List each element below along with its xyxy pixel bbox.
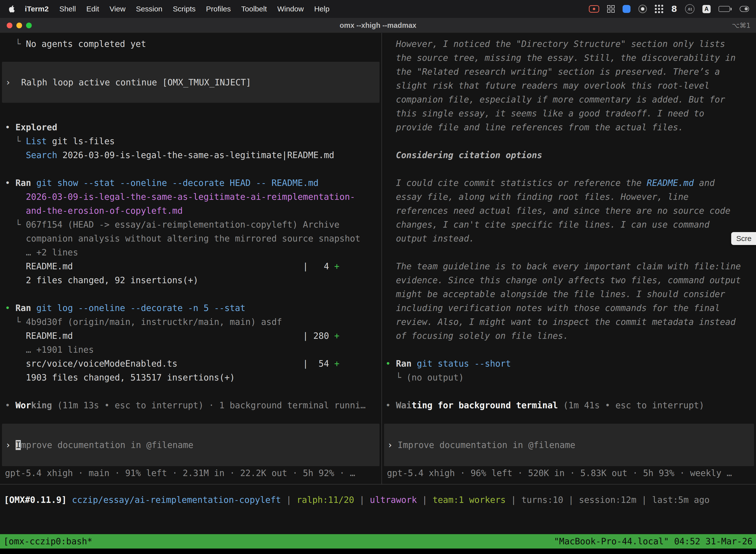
text-segment: the source tree, missing the essay. Stil…: [385, 53, 736, 63]
menu-item-help[interactable]: Help: [309, 5, 335, 13]
menu-item-shell[interactable]: Shell: [54, 5, 81, 13]
text-segment: 2026-03-09-is-legal-the-same-as-legitima…: [26, 192, 355, 202]
text-segment: |: [417, 495, 433, 505]
terminal-line-blank: [382, 134, 756, 148]
prompt-input[interactable]: ›Improve documentation in @filename: [2, 424, 379, 466]
text-segment: ultrawork: [370, 495, 417, 505]
text-segment: (1m 41s • esc to interrupt): [558, 400, 704, 410]
window-grid-icon[interactable]: [607, 5, 615, 13]
terminal-line: Considering citation options: [382, 148, 756, 162]
terminal-line: of focusing solely on file lines.: [382, 329, 756, 343]
text-segment: companion file, especially if more comme…: [385, 95, 725, 105]
text-segment: ›: [5, 77, 11, 88]
terminal-line: • Working (11m 13s • esc to interrupt) ·…: [0, 398, 381, 412]
terminal-line: • Ran git log --oneline --decorate -n 5 …: [0, 301, 381, 315]
menu-item-view[interactable]: View: [105, 5, 131, 13]
menu-item-edit[interactable]: Edit: [81, 5, 105, 13]
text-segment: Considering citation options: [385, 150, 542, 160]
battery-fraction-icon[interactable]: .61: [685, 4, 694, 14]
screen-recording-indicator-icon[interactable]: [589, 5, 599, 13]
text-segment: including verification notes with those …: [385, 303, 720, 313]
terminal-line: 1903 files changed, 513517 insertions(+): [0, 371, 381, 384]
traffic-lights: [7, 18, 32, 33]
dots-grid-icon[interactable]: [655, 5, 663, 13]
text-segment: Ran: [396, 359, 412, 369]
control-center-icon[interactable]: [740, 6, 749, 12]
terminal-line: this single essay, it seems like a good …: [382, 107, 756, 120]
prompt-input[interactable]: ›Improve documentation in @filename: [384, 424, 754, 466]
terminal-line: references need actual files, and since …: [382, 204, 756, 218]
text-segment: +: [334, 359, 339, 369]
text-segment: output instead.: [385, 233, 474, 243]
terminal-line: companion file, especially if more comme…: [382, 93, 756, 107]
text-segment: Ran: [15, 303, 31, 313]
terminal-line: the "Related research writing" section i…: [382, 65, 756, 79]
text-segment: [31, 178, 36, 188]
text-segment: |: [281, 495, 297, 505]
terminal-line: … +1901 lines: [0, 343, 381, 357]
raycast-icon[interactable]: [623, 5, 630, 13]
menu-item-iterm2[interactable]: iTerm2: [19, 5, 54, 13]
text-segment: of focusing solely on file lines.: [385, 331, 568, 341]
menu-item-session[interactable]: Session: [131, 5, 168, 13]
terminal-line: evidence. Since this change only affects…: [382, 273, 756, 287]
input-value: Improve documentation in @filename: [397, 440, 575, 450]
tmux-status-bar: [omx-cczip0:bash* "MacBook-Pro-44.local"…: [0, 534, 756, 549]
text-segment: └: [5, 136, 26, 146]
text-segment: turns:10: [521, 495, 563, 505]
window-title-bar: omx --xhigh --madmax ⌥⌘1: [0, 18, 756, 33]
text-segment: |: [563, 495, 579, 505]
zoom-button[interactable]: [26, 22, 32, 28]
inject-banner: › Ralph loop active continue [OMX_TMUX_I…: [2, 62, 379, 103]
menu-item-window[interactable]: Window: [272, 5, 309, 13]
terminal-line: and-the-erosion-of-copyleft.md: [0, 204, 381, 218]
battery-icon[interactable]: [718, 6, 732, 12]
prompt-chevron-icon: ›: [5, 440, 11, 450]
right-pane[interactable]: However, I noticed the "Directory Struct…: [382, 33, 756, 484]
terminal-line: the source tree, missing the essay. Stil…: [382, 51, 756, 65]
text-segment: Ralph loop active continue [OMX_TMUX_INJ…: [11, 77, 251, 88]
text-segment: └: [385, 373, 406, 383]
text-segment: |: [354, 495, 370, 505]
close-button[interactable]: [7, 22, 12, 28]
terminal-line: companion analysis without altering the …: [0, 232, 381, 245]
text-segment: List: [26, 136, 47, 146]
screen-tooltip[interactable]: Scre: [731, 232, 756, 245]
text-segment: +: [334, 261, 339, 271]
figure-eight-icon[interactable]: 8: [671, 4, 677, 14]
shield-icon[interactable]: [638, 5, 647, 13]
text-segment: └: [5, 220, 26, 230]
text-segment: [31, 303, 36, 313]
apple-menu-icon[interactable]: [8, 5, 16, 13]
text-segment: provide file and line references from th…: [385, 122, 683, 132]
right-composer: ›Improve documentation in @filename gpt-…: [382, 424, 756, 480]
text-segment: 067f154 (HEAD -> essay/ai-reimplementati…: [26, 220, 339, 230]
text-segment: slight risk that future readers may over…: [385, 81, 709, 91]
terminal-line: output instead.: [382, 232, 756, 245]
tmux-panes: └ No agents completed yet› Ralph loop ac…: [0, 33, 756, 484]
text-segment: 1903 files changed, 513517 insertions(+): [5, 373, 235, 383]
text-segment: git ls-files: [47, 136, 115, 146]
terminal-line: including verification notes with those …: [382, 301, 756, 315]
terminal-line: 2 files changed, 92 insertions(+): [0, 273, 381, 287]
left-pane[interactable]: └ No agents completed yet› Ralph loop ac…: [0, 33, 381, 484]
text-segment: this single essay, it seems like a good …: [385, 108, 704, 118]
terminal-line: slight risk that future readers may over…: [382, 79, 756, 93]
menu-item-profiles[interactable]: Profiles: [201, 5, 236, 13]
terminal-line: └ 4b9d30f (origin/main, instructkr/main,…: [0, 315, 381, 329]
text-segment: review. Also, I might want to inspect th…: [385, 317, 736, 327]
menu-item-toolbelt[interactable]: Toolbelt: [236, 5, 272, 13]
text-segment: evidence. Since this change only affects…: [385, 275, 741, 285]
screen-tooltip-label: Scre: [736, 234, 752, 243]
text-segment: Search: [26, 150, 57, 160]
text-segment: └: [5, 39, 26, 49]
model-status-line: gpt-5.4 xhigh · 96% left · 520K in · 5.8…: [382, 466, 756, 480]
tmux-session-label: [omx-cczip0:bash*: [3, 536, 92, 546]
menu-item-scripts[interactable]: Scripts: [168, 5, 201, 13]
text-segment: src/voice/voiceModeEnabled.ts | 54: [5, 359, 334, 369]
terminal-line-blank: [382, 343, 756, 357]
text-segment: ting for background terminal: [412, 400, 558, 410]
input-source-icon[interactable]: A: [702, 5, 711, 13]
text-segment: |: [506, 495, 521, 505]
minimize-button[interactable]: [16, 22, 22, 28]
